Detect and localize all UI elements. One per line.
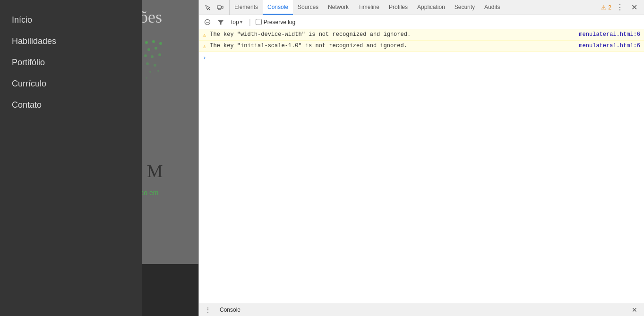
sidebar-nav-item[interactable]: Início (0, 9, 142, 31)
svg-line-13 (208, 8, 210, 10)
devtools-tab-timeline[interactable]: Timeline (353, 0, 384, 15)
warning-message: The key "width-device-width" is not reco… (210, 31, 574, 38)
dark-bottom-section (142, 264, 198, 316)
warning-count: 2 (608, 4, 611, 11)
warning-source-link[interactable]: menulateral.html:6 (579, 31, 640, 38)
svg-point-11 (157, 70, 159, 72)
console-prompt-line[interactable]: › (199, 52, 644, 63)
svg-rect-15 (222, 6, 223, 9)
preserve-log-label[interactable]: Preserve log (264, 19, 295, 26)
sidebar-nav-item[interactable]: Portifólio (0, 52, 142, 73)
console-warning-row: ⚠ The key "width-device-width" is not re… (199, 29, 644, 41)
sidebar-nav-item[interactable]: Contato (0, 94, 142, 116)
svg-point-10 (149, 71, 151, 73)
console-warning-row: ⚠ The key "initial-scale-1.0" is not rec… (199, 41, 644, 52)
preserve-log-checkbox[interactable] (256, 19, 262, 25)
cursive-name-text: irdo M (142, 161, 163, 181)
devtools-tab-application[interactable]: Application (412, 0, 450, 15)
website-content: ões irdo M a e Técnico em do ac (142, 0, 198, 316)
devtools-tab-list: ElementsConsoleSourcesNetworkTimelinePro… (230, 0, 596, 15)
warning-icon: ⚠ (203, 32, 206, 38)
svg-point-7 (158, 53, 161, 56)
device-mode-button[interactable] (215, 2, 225, 13)
prompt-chevron-icon: › (203, 54, 206, 61)
svg-point-8 (146, 62, 149, 65)
svg-point-1 (152, 40, 155, 43)
warning-icon: ⚠ (203, 43, 206, 50)
svg-point-2 (159, 42, 162, 45)
warning-badge[interactable]: ⚠ 2 (600, 4, 611, 11)
console-toolbar: top ▾ | Preserve log (199, 15, 644, 29)
devtools-tab-profiles[interactable]: Profiles (384, 0, 412, 15)
devtools-tab-audits[interactable]: Audits (480, 0, 505, 15)
more-options-button[interactable]: ⋮ (614, 2, 626, 13)
svg-point-12 (146, 77, 147, 79)
sidebar-nav-item[interactable]: Habilidades (0, 31, 142, 52)
warning-triangle-icon: ⚠ (600, 4, 607, 11)
svg-point-0 (145, 41, 148, 44)
preserve-log-wrapper: Preserve log (256, 19, 295, 26)
svg-marker-21 (218, 20, 223, 25)
inspect-element-button[interactable] (203, 2, 213, 13)
svg-point-6 (151, 55, 154, 58)
svg-point-3 (147, 48, 150, 51)
devtools-tab-elements[interactable]: Elements (230, 0, 263, 15)
content-partial-text: ões (142, 7, 162, 27)
sidebar-nav-item[interactable]: Currículo (0, 73, 142, 94)
console-output-area: ⚠ The key "width-device-width" is not re… (199, 29, 644, 303)
context-label: top (231, 19, 239, 26)
website-preview: InícioHabilidadesPortifólioCurrículoCont… (0, 0, 198, 316)
bottom-more-button[interactable]: ⋮ (203, 305, 213, 315)
svg-point-4 (155, 47, 157, 50)
svg-rect-14 (217, 6, 221, 9)
svg-point-5 (144, 54, 147, 57)
devtools-tab-console[interactable]: Console (263, 0, 293, 15)
devtools-topbar: ElementsConsoleSourcesNetworkTimelinePro… (199, 0, 644, 15)
devtools-tab-network[interactable]: Network (323, 0, 353, 15)
devtools-icon-group (199, 0, 230, 15)
toolbar-separator: | (249, 18, 251, 26)
context-selector[interactable]: top ▾ (229, 18, 244, 26)
context-dropdown-arrow: ▾ (240, 19, 242, 25)
filter-console-button[interactable] (216, 17, 225, 27)
svg-point-9 (154, 64, 156, 67)
green-subtitle-text: a e Técnico em (142, 189, 158, 196)
devtools-top-right: ⚠ 2 ⋮ ✕ (596, 2, 644, 13)
devtools-tab-sources[interactable]: Sources (293, 0, 323, 15)
sidebar-nav: InícioHabilidadesPortifólioCurrículoCont… (0, 0, 142, 316)
devtools-panel: ElementsConsoleSourcesNetworkTimelinePro… (198, 0, 644, 316)
devtools-close-button[interactable]: ✕ (628, 2, 640, 13)
bottom-console-tab[interactable]: Console (215, 306, 245, 314)
clear-console-button[interactable] (203, 17, 212, 27)
green-dots-decoration (142, 38, 165, 94)
warning-message: The key "initial-scale-1.0" is not recog… (210, 43, 574, 49)
warning-source-link[interactable]: menulateral.html:6 (579, 43, 640, 49)
bottom-close-button[interactable]: ✕ (629, 305, 640, 315)
devtools-tab-security[interactable]: Security (450, 0, 480, 15)
console-bottombar: ⋮ Console ✕ (199, 303, 644, 316)
